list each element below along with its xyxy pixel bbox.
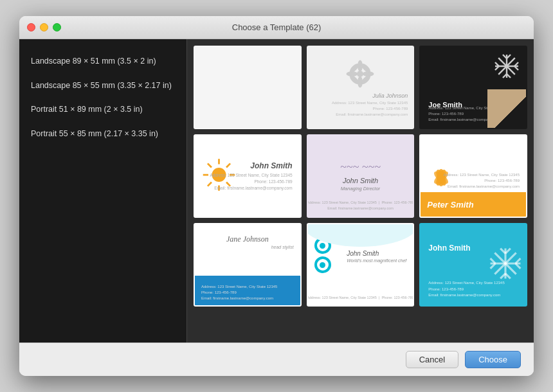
svg-point-8: [357, 71, 363, 77]
template-preview-7: Jane Johnson head stylist Address: 123 S…: [195, 224, 300, 305]
snowflake-icon: [494, 53, 520, 79]
t9-snowflake: [489, 247, 522, 283]
t7-subtitle: head stylist: [271, 245, 294, 249]
titlebar: Choose a Template (62): [19, 16, 534, 39]
template-grid: Julia Johnson Address: 123 Street Name, …: [194, 46, 527, 307]
dialog-title: Choose a Template (62): [232, 22, 322, 32]
t6-bar: Peter Smith: [421, 192, 526, 217]
template-card-9[interactable]: John Smith Address: 123 Street Name, Cit…: [419, 223, 527, 307]
window-body: Landscape 89 × 51 mm (3.5 × 2 in) Landsc…: [19, 39, 534, 343]
choose-button[interactable]: Choose: [465, 351, 521, 368]
t4-text: John Smith Address: 123 Street Name, Cit…: [210, 161, 292, 191]
t8-details: Address: 123 Street Name, City State 123…: [307, 295, 413, 300]
t7-name: Jane Johnson: [195, 235, 300, 244]
template-preview-8: John Smith World's most magnificent chef…: [308, 224, 413, 305]
t3-arc-decoration: [487, 89, 526, 128]
template-preview-2: Julia Johnson Address: 123 Street Name, …: [308, 47, 413, 128]
template-card-3[interactable]: Joe Smith Address: 123 Street Name, City…: [419, 46, 527, 129]
t5-name: John Smith: [343, 177, 378, 184]
template-card-1[interactable]: [194, 46, 302, 129]
template-card-8[interactable]: John Smith World's most magnificent chef…: [307, 223, 415, 307]
minimize-button[interactable]: [40, 23, 48, 31]
t8-text: John Smith World's most magnificent chef: [347, 250, 406, 263]
dialog-footer: Cancel Choose: [19, 343, 534, 376]
flower-icon: [344, 58, 376, 90]
maximize-button[interactable]: [53, 23, 61, 31]
template-preview-9: John Smith Address: 123 Street Name, Cit…: [421, 224, 526, 305]
template-preview-4: John Smith Address: 123 Street Name, Cit…: [195, 136, 300, 217]
template-card-5[interactable]: ~~~ ~~~ John Smith Managing Director Add…: [307, 134, 415, 218]
cancel-button[interactable]: Cancel: [406, 351, 458, 368]
template-grid-area: Julia Johnson Address: 123 Street Name, …: [187, 39, 534, 343]
template-preview-1: [195, 47, 300, 128]
sidebar-item-landscape-85-55[interactable]: Landscape 85 × 55 mm (3.35 × 2.17 in): [19, 74, 186, 98]
t6-details: Address: 123 Street Name, City State 123…: [444, 172, 520, 190]
t9-name: John Smith: [428, 244, 470, 253]
t5-blob: ~~~ ~~~: [340, 161, 381, 174]
template-card-2[interactable]: Julia Johnson Address: 123 Street Name, …: [307, 46, 415, 129]
t9-details: Address: 123 Street Name, City State 123…: [428, 280, 504, 299]
template-card-4[interactable]: John Smith Address: 123 Street Name, Cit…: [194, 134, 302, 218]
t5-details: Address: 123 Street Name, City State 123…: [307, 200, 413, 211]
dialog-window: Choose a Template (62) Landscape 89 × 51…: [19, 16, 534, 376]
sidebar: Landscape 89 × 51 mm (3.5 × 2 in) Landsc…: [19, 39, 186, 343]
template-card-7[interactable]: Jane Johnson head stylist Address: 123 S…: [194, 223, 302, 307]
t5-title: Managing Director: [341, 186, 380, 192]
close-button[interactable]: [27, 23, 35, 31]
template-preview-5: ~~~ ~~~ John Smith Managing Director Add…: [308, 136, 413, 217]
template-preview-3: Joe Smith Address: 123 Street Name, City…: [421, 47, 526, 128]
sidebar-item-landscape-89-51[interactable]: Landscape 89 × 51 mm (3.5 × 2 in): [19, 49, 186, 74]
t7-details: Address: 123 Street Name, City State 123…: [201, 284, 277, 301]
template-card-6[interactable]: Peter Smith Address: 123 Street Name, Ci…: [419, 134, 527, 218]
sidebar-item-portrait-51-89[interactable]: Portrait 51 × 89 mm (2 × 3.5 in): [19, 98, 186, 122]
traffic-lights: [27, 23, 61, 31]
sidebar-item-portrait-55-85[interactable]: Portrait 55 × 85 mm (2.17 × 3.35 in): [19, 122, 186, 147]
template-preview-6: Peter Smith Address: 123 Street Name, Ci…: [421, 136, 526, 217]
